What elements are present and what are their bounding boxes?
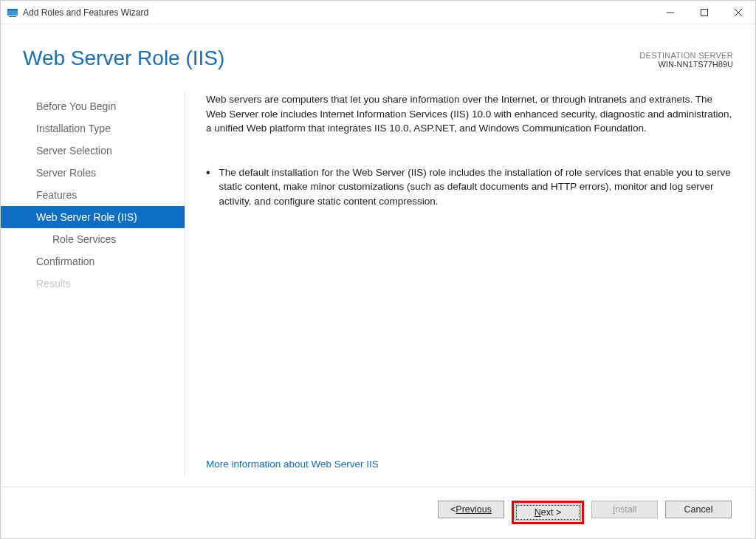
wizard-icon <box>7 7 18 18</box>
next-button[interactable]: Next > <box>515 504 581 521</box>
destination-info: DESTINATION SERVER WIN-NN1TS77H89U <box>639 47 733 69</box>
nav-item-server-selection[interactable]: Server Selection <box>1 140 185 162</box>
next-button-highlight: Next > <box>512 501 584 524</box>
nav-item-server-roles[interactable]: Server Roles <box>1 162 185 184</box>
intro-text: Web servers are computers that let you s… <box>206 92 733 136</box>
titlebar: Add Roles and Features Wizard <box>1 1 755 24</box>
bullet-item: •The default installation for the Web Se… <box>206 165 733 209</box>
svg-rect-4 <box>701 9 708 16</box>
previous-label: Previous <box>456 504 492 515</box>
minimize-button[interactable] <box>653 1 687 24</box>
svg-rect-2 <box>9 16 16 17</box>
nav-item-web-server-role-iis-[interactable]: Web Server Role (IIS) <box>1 206 185 228</box>
page-title: Web Server Role (IIS) <box>23 47 224 70</box>
svg-rect-1 <box>7 9 18 10</box>
bullet-text: The default installation for the Web Ser… <box>219 165 733 209</box>
install-button: Install <box>591 501 658 518</box>
close-button[interactable] <box>721 1 755 24</box>
destination-label: DESTINATION SERVER <box>639 51 733 60</box>
bullet-list: •The default installation for the Web Se… <box>206 165 733 224</box>
previous-button[interactable]: < Previous <box>438 501 504 518</box>
nav-item-results: Results <box>1 272 185 295</box>
cancel-button[interactable]: Cancel <box>665 501 732 518</box>
window-controls <box>653 1 755 24</box>
more-info-link[interactable]: More information about Web Server IIS <box>206 430 733 472</box>
header: Web Server Role (IIS) DESTINATION SERVER… <box>1 24 755 78</box>
nav-item-before-you-begin[interactable]: Before You Begin <box>1 95 185 117</box>
nav-item-installation-type[interactable]: Installation Type <box>1 117 185 140</box>
nav-sidebar: Before You BeginInstallation TypeServer … <box>1 92 185 476</box>
destination-name: WIN-NN1TS77H89U <box>639 60 733 69</box>
content-pane: Web servers are computers that let you s… <box>185 92 755 476</box>
install-rest: nstall <box>615 504 636 515</box>
footer-buttons: < Previous Next > Install Cancel <box>2 487 754 524</box>
maximize-button[interactable] <box>687 1 721 24</box>
nav-item-features[interactable]: Features <box>1 184 185 206</box>
nav-item-confirmation[interactable]: Confirmation <box>1 250 185 272</box>
window-title: Add Roles and Features Wizard <box>23 7 653 18</box>
bullet-icon: • <box>206 165 210 209</box>
main-area: Before You BeginInstallation TypeServer … <box>1 78 755 476</box>
nav-item-role-services[interactable]: Role Services <box>1 228 185 250</box>
